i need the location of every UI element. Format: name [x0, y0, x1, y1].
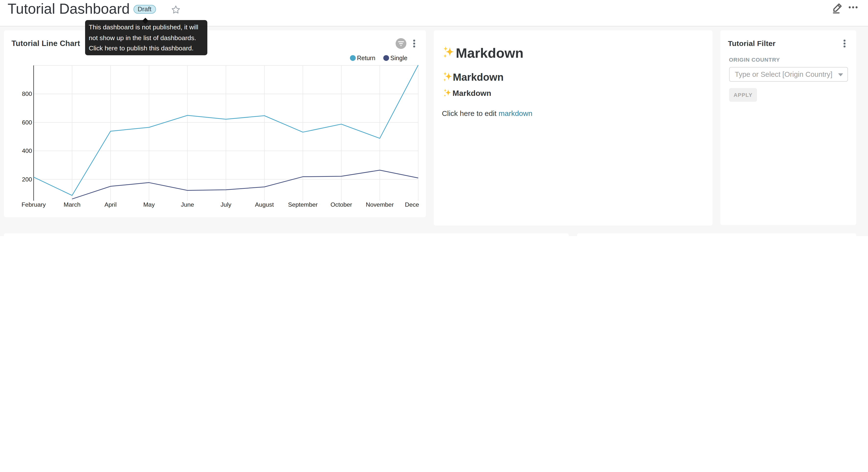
svg-text:200: 200	[22, 176, 32, 183]
svg-text:Single: Single	[391, 55, 408, 61]
svg-text:August: August	[255, 201, 274, 208]
svg-text:November: November	[366, 201, 394, 208]
svg-text:July: July	[221, 201, 231, 208]
svg-text:May: May	[143, 201, 155, 208]
svg-text:400: 400	[22, 147, 32, 154]
svg-text:April: April	[104, 201, 117, 208]
svg-text:February: February	[22, 201, 46, 208]
svg-text:600: 600	[22, 119, 32, 126]
svg-text:June: June	[181, 201, 194, 208]
svg-text:October: October	[331, 201, 352, 208]
svg-text:Return: Return	[357, 55, 375, 61]
svg-text:800: 800	[22, 90, 32, 97]
svg-text:Dece: Dece	[405, 201, 419, 208]
svg-text:September: September	[288, 201, 318, 208]
svg-text:March: March	[64, 201, 81, 208]
